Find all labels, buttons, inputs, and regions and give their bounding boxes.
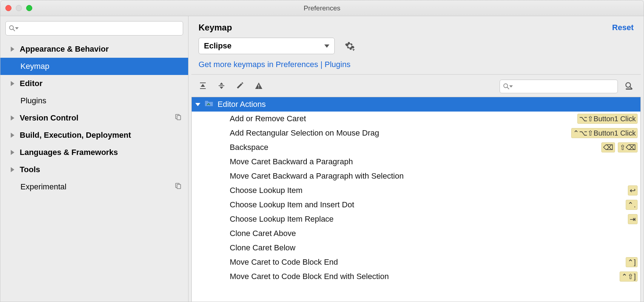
action-label: Add or Remove Caret (230, 114, 306, 123)
svg-rect-19 (258, 85, 259, 87)
action-group-editor-actions[interactable]: Editor Actions (192, 97, 640, 112)
shortcut-pill: ⌃. (626, 200, 638, 210)
action-row[interactable]: Backspace⌫⇧⌫ (192, 140, 640, 155)
disclosure-right-icon (10, 166, 16, 173)
sidebar-item-label: Keymap (20, 62, 49, 71)
copy-projects-icon (175, 113, 182, 123)
action-row[interactable]: Clone Caret Below (192, 241, 640, 255)
shortcut-group: ⌃⌥⇧Button1 Click (571, 128, 638, 138)
shortcut-group: ⌃⇧] (620, 272, 638, 282)
action-label: Move Caret Backward a Paragraph (230, 157, 353, 166)
action-search-input[interactable] (500, 80, 618, 93)
chevron-down-icon (509, 85, 513, 88)
svg-marker-14 (201, 84, 205, 87)
shortcut-group: ⇥ (628, 214, 638, 224)
edit-icon[interactable] (236, 81, 244, 92)
sidebar-item-experimental[interactable]: Experimental (0, 178, 188, 195)
sidebar-item-keymap[interactable]: Keymap (0, 58, 188, 75)
svg-marker-2 (11, 47, 14, 52)
shortcut-pill: ⌃⌥⇧Button1 Click (571, 128, 638, 138)
shortcut-group: ↩ (628, 185, 638, 195)
action-label: Move Caret Backward a Paragraph with Sel… (230, 171, 404, 181)
sidebar-item-languages-frameworks[interactable]: Languages & Frameworks (0, 144, 188, 161)
action-search-field[interactable] (515, 83, 615, 90)
warning-icon[interactable] (254, 81, 263, 92)
sidebar-item-appearance-behavior[interactable]: Appearance & Behavior (0, 41, 188, 58)
disclosure-right-icon (10, 115, 16, 121)
svg-rect-25 (626, 88, 632, 89)
svg-marker-3 (11, 81, 14, 86)
sidebar-search-field[interactable] (21, 25, 180, 32)
svg-marker-9 (11, 167, 14, 172)
sidebar-item-build-execution-deployment[interactable]: Build, Execution, Deployment (0, 127, 188, 144)
reset-button[interactable]: Reset (612, 23, 634, 32)
sidebar-item-label: Experimental (20, 182, 66, 192)
shortcut-pill: ⌃⇧] (620, 272, 638, 282)
svg-marker-17 (220, 82, 223, 85)
find-by-shortcut-icon[interactable] (624, 81, 634, 92)
action-label: Choose Lookup Item and Insert Dot (230, 200, 354, 209)
svg-rect-11 (177, 184, 181, 189)
action-row[interactable]: Choose Lookup Item and Insert Dot⌃. (192, 198, 640, 212)
svg-marker-7 (11, 133, 14, 138)
gear-icon[interactable] (345, 41, 355, 51)
sidebar-item-version-control[interactable]: Version Control (0, 109, 188, 127)
action-group-label: Editor Actions (218, 100, 266, 109)
action-row[interactable]: Move Caret to Code Block End⌃] (192, 255, 640, 269)
action-label: Backspace (230, 143, 268, 152)
shortcut-pill: ⇧⌫ (618, 142, 638, 152)
svg-line-1 (13, 29, 15, 31)
sidebar: Appearance & Behavior Keymap Editor Plug… (0, 16, 189, 302)
action-row[interactable]: Move Caret Backward a Paragraph (192, 155, 640, 169)
svg-point-0 (10, 26, 14, 30)
action-row[interactable]: Choose Lookup Item Replace⇥ (192, 212, 640, 226)
action-row[interactable]: Clone Caret Above (192, 226, 640, 241)
action-row[interactable]: Choose Lookup Item↩ (192, 183, 640, 198)
page-title: Keymap (199, 23, 232, 33)
action-label: Move Caret to Code Block End with Select… (230, 272, 389, 281)
action-row[interactable]: Add Rectangular Selection on Mouse Drag⌃… (192, 126, 640, 140)
action-label: Clone Caret Below (230, 243, 295, 253)
search-icon (503, 83, 510, 90)
svg-point-21 (504, 84, 508, 88)
disclosure-right-icon (10, 80, 16, 87)
disclosure-right-icon (10, 132, 16, 138)
search-icon (9, 25, 16, 32)
expand-all-icon[interactable] (199, 81, 207, 92)
settings-tree: Appearance & Behavior Keymap Editor Plug… (0, 39, 188, 302)
svg-rect-20 (258, 88, 259, 88)
collapse-all-icon[interactable] (217, 81, 226, 92)
sidebar-item-plugins[interactable]: Plugins (0, 92, 188, 109)
disclosure-right-icon (10, 149, 16, 156)
sidebar-item-label: Languages & Frameworks (20, 148, 118, 157)
sidebar-item-editor[interactable]: Editor (0, 75, 188, 92)
svg-marker-12 (352, 49, 355, 51)
more-keymaps-link[interactable]: Get more keymaps in Preferences | Plugin… (189, 58, 644, 74)
shortcut-pill: ⌃] (626, 257, 638, 267)
action-row[interactable]: Move Caret to Code Block End with Select… (192, 269, 640, 284)
svg-marker-18 (220, 87, 223, 89)
svg-marker-4 (11, 115, 14, 121)
action-tree[interactable]: Editor Actions Add or Remove Caret⌥⇧Butt… (191, 97, 641, 302)
action-toolbar (189, 75, 644, 97)
sidebar-item-label: Version Control (20, 113, 78, 123)
svg-rect-6 (177, 115, 181, 120)
sidebar-item-label: Build, Execution, Deployment (20, 131, 131, 140)
sidebar-item-label: Editor (20, 79, 43, 88)
action-row[interactable]: Move Caret Backward a Paragraph with Sel… (192, 169, 640, 183)
shortcut-group: ⌥⇧Button1 Click (577, 114, 638, 124)
action-row[interactable]: Add or Remove Caret⌥⇧Button1 Click (192, 112, 640, 126)
action-label: Move Caret to Code Block End (230, 258, 338, 267)
copy-projects-icon (175, 182, 182, 192)
chevron-down-icon (15, 27, 19, 29)
keymap-scheme-value: Eclipse (204, 41, 232, 51)
action-label: Clone Caret Above (230, 229, 296, 238)
action-label: Add Rectangular Selection on Mouse Drag (230, 128, 379, 138)
chevron-down-icon (324, 44, 329, 48)
sidebar-search-input[interactable] (5, 21, 183, 36)
sidebar-item-label: Plugins (20, 96, 46, 105)
sidebar-item-tools[interactable]: Tools (0, 161, 188, 178)
disclosure-right-icon (10, 46, 16, 52)
shortcut-pill: ↩ (628, 185, 638, 195)
keymap-scheme-select[interactable]: Eclipse (199, 38, 335, 54)
